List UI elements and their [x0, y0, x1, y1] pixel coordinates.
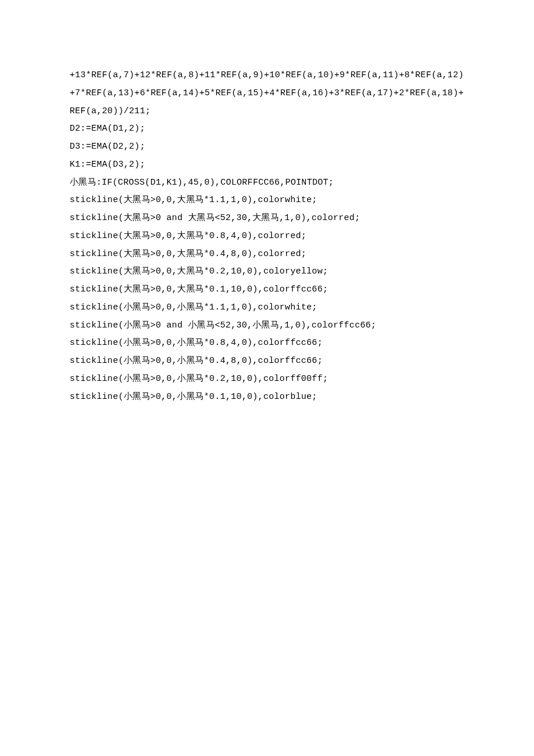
- code-line: K1:=EMA(D3,2);: [70, 156, 464, 174]
- code-line: 小黑马:IF(CROSS(D1,K1),45,0),COLORFFCC66,PO…: [70, 174, 464, 192]
- document-page: +13*REF(a,7)+12*REF(a,8)+11*REF(a,9)+10*…: [0, 0, 534, 756]
- code-line: D3:=EMA(D2,2);: [70, 138, 464, 156]
- code-line: stickline(小黑马>0,0,小黑马*1.1,1,0),colorwhit…: [70, 299, 464, 317]
- code-line: stickline(小黑马>0,0,小黑马*0.4,8,0),colorffcc…: [70, 352, 464, 370]
- code-line: REF(a,20))/211;: [70, 103, 464, 121]
- code-line: stickline(大黑马>0,0,大黑马*0.2,10,0),coloryel…: [70, 263, 464, 281]
- code-line: stickline(大黑马>0,0,大黑马*0.1,10,0),colorffc…: [70, 281, 464, 299]
- code-line: stickline(大黑马>0,0,大黑马*0.4,8,0),colorred;: [70, 246, 464, 264]
- code-line: stickline(小黑马>0,0,小黑马*0.2,10,0),colorff0…: [70, 370, 464, 388]
- code-line: +13*REF(a,7)+12*REF(a,8)+11*REF(a,9)+10*…: [70, 67, 464, 85]
- code-line: D2:=EMA(D1,2);: [70, 120, 464, 138]
- code-line: +7*REF(a,13)+6*REF(a,14)+5*REF(a,15)+4*R…: [70, 85, 464, 103]
- code-line: stickline(大黑马>0,0,大黑马*1.1,1,0),colorwhit…: [70, 192, 464, 210]
- code-line: stickline(大黑马>0,0,大黑马*0.8,4,0),colorred;: [70, 228, 464, 246]
- code-line: stickline(小黑马>0 and 小黑马<52,30,小黑马,1,0),c…: [70, 317, 464, 335]
- code-line: stickline(大黑马>0 and 大黑马<52,30,大黑马,1,0),c…: [70, 210, 464, 228]
- code-line: stickline(小黑马>0,0,小黑马*0.8,4,0),colorffcc…: [70, 334, 464, 352]
- code-line: stickline(小黑马>0,0,小黑马*0.1,10,0),colorblu…: [70, 388, 464, 406]
